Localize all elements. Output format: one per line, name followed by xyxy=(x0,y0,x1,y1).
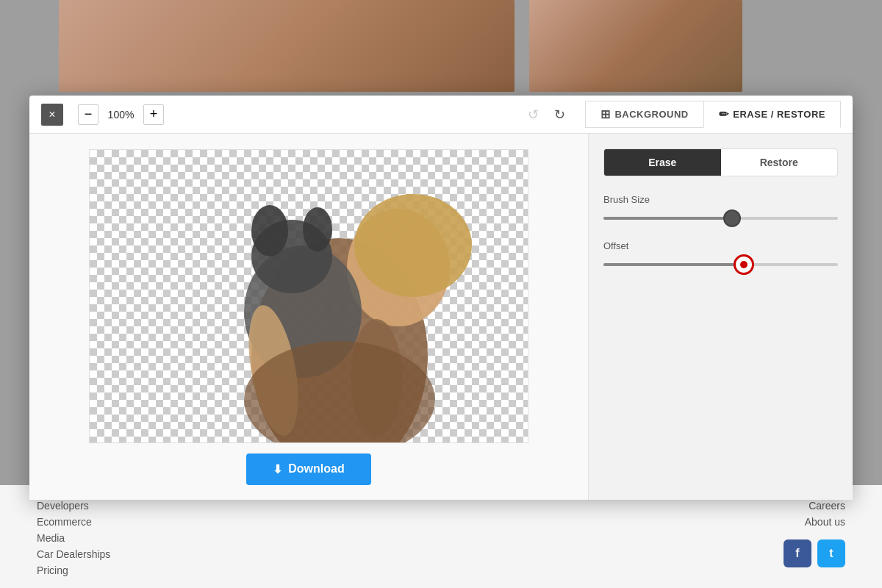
footer: Developers Ecommerce Media Car Dealershi… xyxy=(0,485,882,588)
canvas-area: ⬇ Download xyxy=(29,134,588,500)
erase-restore-toggle: Erase Restore xyxy=(603,148,838,176)
zoom-controls: − 100% + xyxy=(78,104,164,125)
bg-thumbnail-1 xyxy=(59,0,514,92)
footer-link-pricing[interactable]: Pricing xyxy=(37,564,110,576)
tab-erase-restore-label: ERASE / RESTORE xyxy=(733,109,825,120)
tab-background[interactable]: ⊞ BACKGROUND xyxy=(585,101,703,128)
undo-button[interactable]: ↺ xyxy=(523,104,544,125)
canvas-container[interactable] xyxy=(89,149,528,443)
zoom-out-button[interactable]: − xyxy=(78,104,98,125)
footer-link-car-dealerships[interactable]: Car Dealerships xyxy=(37,548,110,560)
twitter-icon[interactable]: t xyxy=(817,539,845,567)
editor-modal: × − 100% + ↺ ↻ ⊞ BACKGROUND ✏ ERASE / RE… xyxy=(29,96,853,500)
footer-right: Careers About us f t xyxy=(784,500,845,573)
brush-size-slider-wrapper xyxy=(603,211,838,226)
zoom-value: 100% xyxy=(104,109,137,121)
redo-button[interactable]: ↻ xyxy=(550,104,570,125)
tab-erase-restore[interactable]: ✏ ERASE / RESTORE xyxy=(703,101,841,128)
restore-button[interactable]: Restore xyxy=(721,149,838,176)
footer-links-left: Developers Ecommerce Media Car Dealershi… xyxy=(37,500,110,573)
offset-slider-wrapper xyxy=(603,257,838,272)
bg-thumbnail-2 xyxy=(529,0,742,92)
footer-link-developers[interactable]: Developers xyxy=(37,500,110,512)
social-icons: f t xyxy=(784,539,845,567)
footer-link-about[interactable]: About us xyxy=(805,516,845,528)
zoom-in-button[interactable]: + xyxy=(143,104,164,125)
erase-button[interactable]: Erase xyxy=(604,149,721,176)
layers-icon: ⊞ xyxy=(600,107,611,121)
footer-link-ecommerce[interactable]: Ecommerce xyxy=(37,516,110,528)
checkerboard-background xyxy=(90,150,528,442)
modal-toolbar: × − 100% + ↺ ↻ ⊞ BACKGROUND ✏ ERASE / RE… xyxy=(29,96,853,134)
tab-background-label: BACKGROUND xyxy=(614,109,688,120)
download-icon: ⬇ xyxy=(273,462,282,476)
history-controls: ↺ ↻ xyxy=(523,104,570,125)
footer-links-right: Careers About us xyxy=(805,500,845,528)
download-button[interactable]: ⬇ Download xyxy=(246,453,370,485)
modal-body: ⬇ Download Erase Restore Brush Size xyxy=(29,134,853,500)
brush-size-label: Brush Size xyxy=(603,194,838,205)
offset-label: Offset xyxy=(603,240,838,251)
footer-link-careers[interactable]: Careers xyxy=(808,500,845,512)
download-label: Download xyxy=(288,462,344,476)
close-button[interactable]: × xyxy=(41,104,63,126)
offset-section: Offset xyxy=(603,240,838,272)
brush-size-section: Brush Size xyxy=(603,194,838,226)
brush-icon: ✏ xyxy=(719,107,729,121)
facebook-icon[interactable]: f xyxy=(784,539,811,567)
right-panel: Erase Restore Brush Size Offset xyxy=(588,134,853,500)
footer-link-media[interactable]: Media xyxy=(37,532,110,544)
tab-buttons: ⊞ BACKGROUND ✏ ERASE / RESTORE xyxy=(585,101,841,128)
